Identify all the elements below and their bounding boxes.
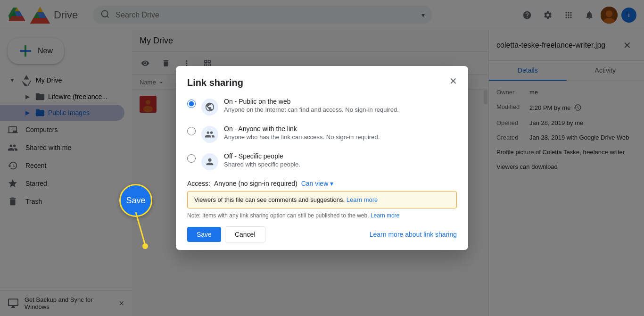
learn-more-link-sharing[interactable]: Learn more about link sharing (370, 231, 457, 238)
note-learn-more-link[interactable]: Learn more (371, 212, 399, 219)
svg-point-26 (142, 243, 148, 249)
save-callout: Save (119, 184, 152, 217)
info-box: Viewers of this file can see comments an… (187, 191, 457, 208)
radio-specific[interactable] (187, 154, 196, 163)
person-icon (201, 153, 218, 170)
info-learn-more-link[interactable]: Learn more (347, 196, 378, 203)
option-anyone-link: On - Anyone with the link Anyone who has… (187, 125, 457, 143)
svg-line-25 (136, 212, 145, 245)
chevron-down-icon: ▾ (330, 180, 333, 187)
link-sharing-dialog: Save Link sharing ✕ On - Public on the w… (176, 66, 468, 250)
access-label: Access: (187, 180, 210, 187)
access-row: Access: Anyone (no sign-in required) Can… (187, 180, 457, 187)
radio-public[interactable] (187, 100, 196, 108)
globe-icon (201, 99, 218, 116)
dialog-close-button[interactable]: ✕ (446, 74, 461, 89)
dialog-title: Link sharing (187, 77, 457, 88)
cancel-button[interactable]: Cancel (225, 226, 265, 242)
option-anyone-desc: Anyone who has the link can access. No s… (224, 133, 457, 141)
link-people-icon (201, 126, 218, 143)
option-specific-desc: Shared with specific people. (224, 161, 457, 168)
access-value: Anyone (no sign-in required) (214, 180, 297, 187)
note-text: Note: Items with any link sharing option… (187, 212, 457, 219)
option-public: On - Public on the web Anyone on the Int… (187, 98, 457, 116)
radio-anyone-link[interactable] (187, 127, 196, 135)
save-button[interactable]: Save (187, 227, 221, 242)
option-specific: Off - Specific people Shared with specif… (187, 152, 457, 170)
option-public-desc: Anyone on the Internet can find and acce… (224, 106, 457, 113)
modal-overlay: Save Link sharing ✕ On - Public on the w… (0, 0, 644, 316)
dialog-actions: Save Cancel Learn more about link sharin… (187, 226, 457, 242)
can-view-button[interactable]: Can view ▾ (301, 180, 334, 187)
callout-line-svg (122, 212, 159, 250)
